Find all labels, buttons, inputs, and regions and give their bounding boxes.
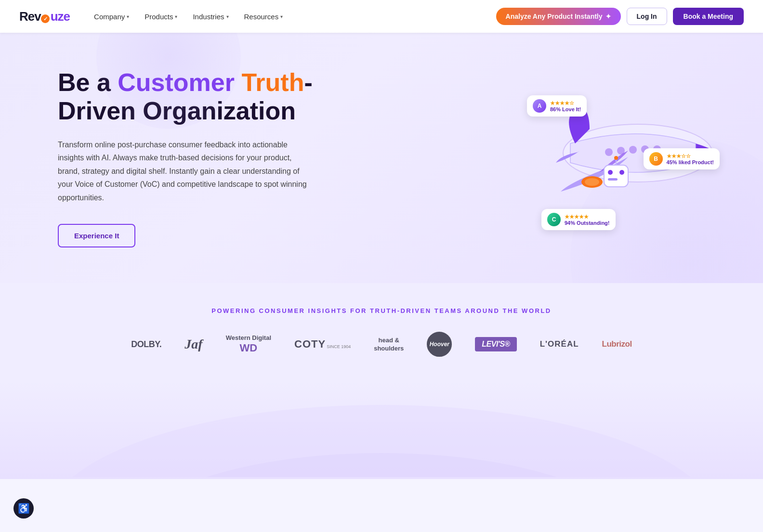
- analyze-button[interactable]: Analyze Any Product Instantly ✦: [496, 8, 621, 25]
- svg-point-3: [629, 146, 637, 154]
- logo-jaf: Jaf: [184, 337, 202, 352]
- svg-point-2: [617, 147, 625, 155]
- svg-point-13: [585, 178, 599, 186]
- hero-section: Be a Customer Truth-Driven Organization …: [0, 33, 763, 283]
- logo-uze: uze: [51, 9, 70, 24]
- svg-point-1: [605, 148, 613, 156]
- logo-hoover: Hoover: [427, 332, 452, 357]
- chevron-down-icon: ▾: [175, 14, 177, 19]
- logo-levis: LEVI'S®: [475, 337, 516, 351]
- login-button[interactable]: Log In: [627, 8, 667, 25]
- review-badge-2: B ★★★☆☆ 45% liked Product!: [644, 148, 720, 169]
- chevron-down-icon: ▾: [226, 14, 229, 19]
- chevron-down-icon: ▾: [127, 14, 129, 19]
- chevron-down-icon: ▾: [280, 14, 283, 19]
- svg-point-8: [619, 170, 624, 175]
- nav-actions: Analyze Any Product Instantly ✦ Log In B…: [496, 8, 744, 25]
- logos-section: POWERING CONSUMER INSIGHTS FOR TRUTH-DRI…: [0, 283, 763, 381]
- logo-western-digital: Western Digital WD: [226, 334, 271, 354]
- svg-point-7: [608, 170, 613, 175]
- nav-links: Company ▾ Products ▾ Industries ▾ Resour…: [87, 9, 496, 25]
- logo-coty: COTY SINCE 1904: [294, 338, 351, 350]
- review-badge-3: C ★★★★★ 94% Outstanding!: [541, 209, 616, 230]
- stars-1: ★★★★☆: [550, 100, 581, 106]
- avatar-3: C: [547, 213, 561, 226]
- logo-loreal: L'ORÉAL: [540, 339, 579, 349]
- logo-lubrizol: Lubrizol: [602, 339, 632, 349]
- logos-row: DOLBY. Jaf Western Digital WD COTY SINCE…: [29, 332, 734, 357]
- bottom-wave: [0, 381, 763, 477]
- nav-industries[interactable]: Industries ▾: [186, 9, 235, 25]
- stars-3: ★★★★★: [565, 214, 610, 220]
- badge-rating-3: 94% Outstanding!: [565, 220, 610, 226]
- stars-2: ★★★☆☆: [667, 153, 714, 159]
- sparkle-icon: ✦: [605, 13, 611, 20]
- hero-illustration: A ★★★★☆ 86% Love It! B ★★★☆☆ 45% liked P…: [513, 66, 724, 249]
- badge-rating-1: 86% Love It!: [550, 106, 581, 112]
- badge-rating-2: 45% liked Product!: [667, 159, 714, 165]
- avatar-2: B: [649, 152, 663, 166]
- book-meeting-button[interactable]: Book a Meeting: [673, 8, 744, 25]
- avatar-1: A: [533, 99, 546, 113]
- logo-dolby: DOLBY.: [131, 339, 161, 350]
- logo[interactable]: Rev✓uze: [19, 9, 70, 24]
- svg-rect-6: [604, 165, 628, 187]
- logo-checkmark: ✓: [41, 14, 50, 23]
- logos-tagline: POWERING CONSUMER INSIGHTS FOR TRUTH-DRI…: [29, 307, 734, 314]
- hero-word-truth: Truth: [241, 68, 304, 96]
- experience-it-button[interactable]: Experience It: [58, 224, 135, 247]
- nav-company[interactable]: Company ▾: [87, 9, 136, 25]
- nav-products[interactable]: Products ▾: [138, 9, 184, 25]
- logo-head-shoulders: head & shoulders: [374, 337, 404, 352]
- navbar: Rev✓uze Company ▾ Products ▾ Industries …: [0, 0, 763, 33]
- bottom-section: [0, 381, 763, 479]
- nav-resources[interactable]: Resources ▾: [237, 9, 290, 25]
- review-badge-1: A ★★★★☆ 86% Love It!: [527, 95, 587, 117]
- svg-point-11: [614, 156, 618, 160]
- hero-description: Transform online post-purchase consumer …: [58, 138, 308, 205]
- svg-rect-9: [608, 178, 618, 181]
- logo-rev: Rev: [19, 9, 41, 24]
